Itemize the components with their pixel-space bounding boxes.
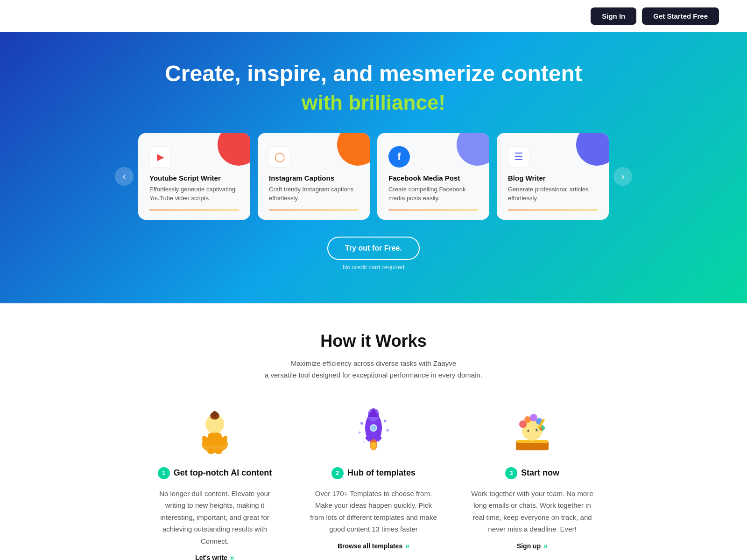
signin-button[interactable]: Sign In xyxy=(591,7,636,25)
person-illustration xyxy=(191,405,238,456)
blog-icon: ☰ xyxy=(514,151,523,163)
card-title-instagram: Instagram Captions xyxy=(269,174,359,182)
cards-carousel: ‹ ▶ Youtube Script Writer Effortlessly g… xyxy=(23,133,724,220)
rocket-illustration xyxy=(352,405,395,456)
card-desc-facebook: Create compelling Facebook media posts e… xyxy=(388,185,478,203)
svg-point-27 xyxy=(524,416,531,423)
brain-illustration: ✦ ★ xyxy=(507,405,558,456)
step-badge-2: 2 Hub of templates xyxy=(331,467,416,479)
nav-links: Tools Pricing Privacy Policy Terms & Con… xyxy=(236,12,429,21)
how-card-1: 1 Get top-notch AI content No longer dul… xyxy=(149,405,280,560)
step-link-arrow-1: » xyxy=(230,553,234,560)
step-link-arrow-2: » xyxy=(405,542,409,550)
svg-rect-4 xyxy=(208,433,222,446)
card-icon-youtube: ▶ xyxy=(149,146,171,168)
step-link-3[interactable]: Sign up » xyxy=(517,542,548,550)
cards-row: ▶ Youtube Script Writer Effortlessly gen… xyxy=(138,133,609,220)
step-link-label-1: Let's write xyxy=(195,554,227,560)
svg-point-8 xyxy=(215,448,222,454)
card-icon-facebook: f xyxy=(388,146,410,168)
svg-point-22 xyxy=(363,441,365,443)
getstarted-button[interactable]: Get Started Free xyxy=(642,7,719,25)
step-badge-3: 3 Start now xyxy=(505,467,559,479)
nav-tools[interactable]: Tools xyxy=(236,12,253,20)
step-title-3: Start now xyxy=(521,468,559,478)
card-blog: ☰ Blog Writer Generate professional arti… xyxy=(497,133,609,220)
nav-buttons: Sign In Get Started Free xyxy=(591,7,719,25)
how-cards: 1 Get top-notch AI content No longer dul… xyxy=(28,405,719,560)
step-link-arrow-3: » xyxy=(543,542,548,550)
card-desc-blog: Generate professional articles effortles… xyxy=(508,185,598,203)
carousel-prev-button[interactable]: ‹ xyxy=(115,167,134,186)
card-facebook: f Facebook Media Post Create compelling … xyxy=(377,133,489,220)
card-instagram: ◯ Instagram Captions Craft trendy Instag… xyxy=(258,133,370,220)
step-number-1: 1 xyxy=(158,467,170,479)
card-title-facebook: Facebook Media Post xyxy=(388,174,478,182)
svg-point-20 xyxy=(384,420,387,422)
logo: ZAAYVE xyxy=(28,10,74,22)
svg-text:★: ★ xyxy=(535,427,539,433)
card-title-youtube: Youtube Script Writer xyxy=(149,174,239,182)
tryout-section: Try out for Free. No credit card require… xyxy=(28,237,719,271)
svg-point-7 xyxy=(207,448,215,454)
step-title-1: Get top-notch AI content xyxy=(174,468,272,478)
how-card-2: 2 Hub of templates Over 170+ Templates t… xyxy=(308,405,439,550)
card-title-blog: Blog Writer xyxy=(508,174,598,182)
svg-text:✦: ✦ xyxy=(526,428,530,434)
how-icon-1 xyxy=(189,405,240,456)
hero-section: Create, inspire, and mesmerize content w… xyxy=(0,32,747,303)
card-desc-youtube: Effortlessly generate captivating YouTub… xyxy=(149,185,239,203)
tryout-button[interactable]: Try out for Free. xyxy=(327,237,420,260)
card-blob-1 xyxy=(218,133,250,166)
step-link-label-3: Sign up xyxy=(517,542,541,550)
carousel-next-button[interactable]: › xyxy=(613,167,632,186)
card-line-4 xyxy=(508,210,598,210)
svg-point-18 xyxy=(360,422,363,425)
no-cc-text: No credit card required xyxy=(343,264,404,271)
step-number-3: 3 xyxy=(505,467,517,479)
nav-terms[interactable]: Terms & Conditions xyxy=(368,12,429,20)
step-desc-2: Over 170+ Templates to choose from. Make… xyxy=(308,488,439,535)
step-number-2: 2 xyxy=(331,467,344,479)
how-section: How it Works Maximize efficiency across … xyxy=(0,303,747,560)
nav-pricing[interactable]: Pricing xyxy=(269,12,291,20)
how-title: How it Works xyxy=(28,331,719,351)
how-icon-2 xyxy=(348,405,399,456)
step-desc-1: No longer dull content. Elevate your wri… xyxy=(149,488,280,547)
svg-point-13 xyxy=(371,426,376,430)
how-section-wrapper: How it Works Maximize efficiency across … xyxy=(0,303,747,560)
hero-headline2: with brilliance! xyxy=(28,91,719,114)
card-blob-3 xyxy=(457,133,489,166)
how-card-3: ✦ ★ 3 Start now Work together with your … xyxy=(467,405,598,550)
card-line-1 xyxy=(149,210,239,210)
step-link-2[interactable]: Browse all templates » xyxy=(338,542,409,550)
svg-point-19 xyxy=(359,431,361,434)
facebook-icon: f xyxy=(397,151,401,163)
hero-highlight: brilliance xyxy=(348,91,438,114)
youtube-icon: ▶ xyxy=(157,151,164,162)
instagram-icon: ◯ xyxy=(275,151,285,162)
step-title-2: Hub of templates xyxy=(347,468,416,478)
card-blob-4 xyxy=(576,133,609,166)
card-line-3 xyxy=(388,210,478,210)
navbar: ZAAYVE Tools Pricing Privacy Policy Term… xyxy=(0,0,747,32)
how-icon-3: ✦ ★ xyxy=(507,405,558,456)
card-icon-instagram: ◯ xyxy=(269,146,290,168)
step-badge-1: 1 Get top-notch AI content xyxy=(158,467,272,479)
nav-privacy[interactable]: Privacy Policy xyxy=(308,12,351,20)
card-icon-blog: ☰ xyxy=(508,146,529,168)
svg-point-21 xyxy=(386,429,389,432)
step-link-1[interactable]: Let's write » xyxy=(195,553,234,560)
card-youtube: ▶ Youtube Script Writer Effortlessly gen… xyxy=(138,133,250,220)
step-desc-3: Work together with your team. No more lo… xyxy=(467,488,598,535)
svg-point-3 xyxy=(212,411,218,417)
hero-headline1: Create, inspire, and mesmerize content xyxy=(28,60,719,87)
svg-point-17 xyxy=(371,442,376,449)
card-blob-2 xyxy=(337,133,370,166)
card-line-2 xyxy=(269,210,359,210)
step-link-label-2: Browse all templates xyxy=(338,542,402,550)
card-desc-instagram: Craft trendy Instagram captions effortle… xyxy=(269,185,359,203)
how-subtitle1: Maximize efficiency across diverse tasks… xyxy=(28,357,719,370)
how-subtitle2: a versatile tool designed for exceptiona… xyxy=(28,369,719,381)
